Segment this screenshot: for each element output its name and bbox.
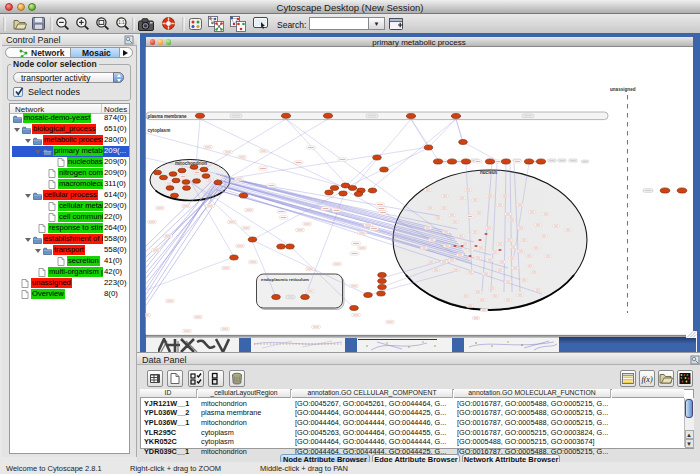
svg-text:mitochondrion: mitochondrion (175, 161, 207, 166)
svg-text:unassigned: unassigned (610, 87, 636, 92)
svg-text:nucleus: nucleus (480, 170, 498, 175)
svg-text:cytoplasm: cytoplasm (148, 128, 171, 133)
svg-text:plasma membrane: plasma membrane (148, 114, 187, 119)
